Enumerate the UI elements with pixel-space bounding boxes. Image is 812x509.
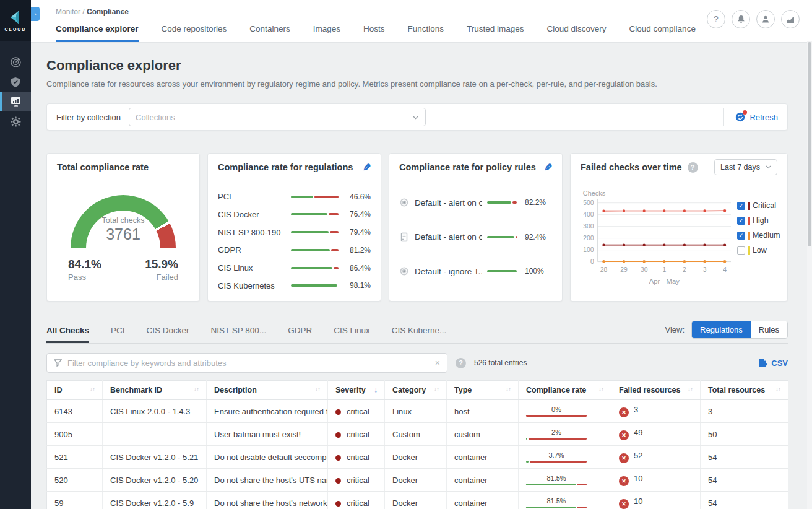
top-tab-code-repositories[interactable]: Code repositories xyxy=(162,24,227,42)
top-tab-cloud-compliance[interactable]: Cloud compliance xyxy=(629,24,696,42)
top-tab-hosts[interactable]: Hosts xyxy=(363,24,385,42)
column-header-total-resources[interactable]: ↓↑Total resources xyxy=(701,381,788,400)
results-tab-all-checks[interactable]: All Checks xyxy=(46,322,89,343)
regulation-row-gdpr[interactable]: GDPR81.2% xyxy=(218,245,371,254)
page-subtitle: Compliance rate for resources across you… xyxy=(46,79,788,89)
notifications-button[interactable] xyxy=(732,10,750,28)
bar-pass-segment xyxy=(487,201,511,204)
sort-icon[interactable]: ↓↑ xyxy=(434,386,439,393)
top-tab-functions[interactable]: Functions xyxy=(407,24,444,42)
entries-help-icon[interactable]: ? xyxy=(456,358,466,368)
scrollbar-thumb[interactable] xyxy=(808,42,811,246)
fail-percent: 15.9% xyxy=(145,258,178,271)
view-option-rules[interactable]: Rules xyxy=(751,321,787,338)
results-tab-pci[interactable]: PCI xyxy=(111,322,125,343)
policy-rule-row-2[interactable]: Default - alert on c...92.4% xyxy=(399,232,552,242)
sort-icon[interactable]: ↓↑ xyxy=(688,386,693,393)
top-tab-trusted-images[interactable]: Trusted images xyxy=(467,24,524,42)
edit-regulations-icon[interactable]: ✎ xyxy=(363,162,371,173)
vertical-scrollbar[interactable] xyxy=(807,41,812,509)
legend-item-low[interactable]: Low xyxy=(737,246,785,254)
regulation-row-pci[interactable]: PCI46.6% xyxy=(218,192,371,201)
collections-select[interactable]: Collections xyxy=(129,108,426,126)
view-option-regulations[interactable]: Regulations xyxy=(692,321,751,338)
column-header-failed-resources[interactable]: ↓↑Failed resources xyxy=(611,381,701,400)
sort-icon[interactable]: ↓↑ xyxy=(315,386,320,393)
cell-category: Docker xyxy=(385,469,447,492)
table-row-check-59[interactable]: 59CIS Docker v1.2.0 - 5.9Do not share th… xyxy=(47,492,788,509)
legend-item-critical[interactable]: ✓Critical xyxy=(737,201,785,210)
monitor-chart-icon xyxy=(11,97,21,107)
checked-checkbox[interactable]: ✓ xyxy=(737,232,745,240)
column-header-category[interactable]: ↓↑Category xyxy=(385,381,447,400)
table-row-check-521[interactable]: 521CIS Docker v1.2.0 - 5.21Do not disabl… xyxy=(47,446,788,469)
regulation-row-cis-linux[interactable]: CIS Linux86.4% xyxy=(218,263,371,272)
sort-icon[interactable]: ↓↑ xyxy=(194,386,199,393)
legend-color-swatch xyxy=(748,217,750,225)
bar-fail-segment xyxy=(330,231,339,233)
breadcrumb-current: Compliance xyxy=(87,7,129,16)
time-range-select[interactable]: Last 7 days xyxy=(714,159,777,175)
column-label: Total resources xyxy=(708,386,765,394)
regulation-row-cis-kubernetes[interactable]: CIS Kubernetes98.1% xyxy=(218,281,371,290)
chevron-down-icon xyxy=(412,115,419,120)
checked-checkbox[interactable]: ✓ xyxy=(737,217,745,225)
bar-fail-segment xyxy=(314,196,339,198)
sort-desc-active-icon[interactable]: ↓ xyxy=(374,386,377,394)
column-header-id[interactable]: ↓↑ID xyxy=(47,381,103,400)
policy-rule-row-1[interactable]: Default - alert on c...82.2% xyxy=(399,198,552,207)
column-header-description[interactable]: ↓↑Description xyxy=(207,381,328,400)
compliance-bar xyxy=(526,438,587,440)
table-row-check-9005[interactable]: 9005User batman must exist!criticalCusto… xyxy=(47,423,788,446)
bar-pass-segment xyxy=(526,461,529,463)
results-tab-gdpr[interactable]: GDPR xyxy=(288,322,312,343)
sort-icon[interactable]: ↓↑ xyxy=(598,386,603,393)
bar-fail-segment xyxy=(526,415,587,417)
failed-checks-help-icon[interactable]: ? xyxy=(688,162,698,173)
checked-checkbox[interactable]: ✓ xyxy=(737,202,745,210)
severity-label: critical xyxy=(347,407,369,416)
edit-policy-rules-icon[interactable]: ✎ xyxy=(544,162,552,173)
sort-icon[interactable]: ↓↑ xyxy=(506,386,511,393)
regulation-row-cis-docker[interactable]: CIS Docker76.4% xyxy=(218,210,371,219)
refresh-button[interactable]: Refresh xyxy=(735,112,778,122)
regulation-percent: 79.4% xyxy=(343,228,371,237)
results-tab-cis-kuberne[interactable]: CIS Kuberne... xyxy=(392,322,447,343)
sidebar-item-settings[interactable] xyxy=(0,111,31,131)
compliance-bar xyxy=(526,507,587,508)
sort-icon[interactable]: ↓↑ xyxy=(90,386,95,393)
top-tab-containers[interactable]: Containers xyxy=(249,24,290,42)
policy-rule-row-3[interactable]: Default - ignore T...100% xyxy=(399,266,552,276)
top-tab-cloud-discovery[interactable]: Cloud discovery xyxy=(547,24,607,42)
column-header-benchmark-id[interactable]: ↓↑Benchmark ID xyxy=(103,381,207,400)
user-button[interactable] xyxy=(756,10,775,28)
help-button[interactable]: ? xyxy=(707,10,725,28)
top-tab-compliance-explorer[interactable]: Compliance explorer xyxy=(56,24,139,42)
keyword-filter-input[interactable]: Filter compliance by keywords and attrib… xyxy=(46,353,447,373)
legend-item-medium[interactable]: ✓Medium xyxy=(737,231,785,240)
sidebar-item-monitor[interactable] xyxy=(0,92,31,111)
sidebar-expand-button[interactable]: › xyxy=(31,7,40,21)
sidebar-item-defend[interactable] xyxy=(0,72,31,92)
column-header-severity[interactable]: ↓Severity xyxy=(328,381,385,400)
results-tab-cis-linux[interactable]: CIS Linux xyxy=(334,322,370,343)
legend-item-high[interactable]: ✓High xyxy=(737,216,785,225)
failed-x-icon: ✕ xyxy=(619,407,629,417)
table-row-check-6143[interactable]: 6143CIS Linux 2.0.0 - 1.4.3Ensure authen… xyxy=(47,400,788,423)
svg-text:300: 300 xyxy=(583,223,594,230)
regulation-row-nist-sp-800-190[interactable]: NIST SP 800-19079.4% xyxy=(218,228,371,237)
column-header-compliance-rate[interactable]: ↓↑Compliance rate xyxy=(519,381,611,400)
clear-filter-icon[interactable]: × xyxy=(435,358,440,368)
unchecked-checkbox[interactable] xyxy=(737,246,745,254)
stats-button[interactable] xyxy=(781,10,800,28)
table-row-check-520[interactable]: 520CIS Docker v1.2.0 - 5.20Do not share … xyxy=(47,469,788,492)
sidebar-item-radar[interactable] xyxy=(0,52,31,72)
breadcrumb-section[interactable]: Monitor / xyxy=(56,7,85,16)
results-tab-cis-docker[interactable]: CIS Docker xyxy=(147,322,189,343)
top-tab-images[interactable]: Images xyxy=(313,24,340,42)
sort-icon[interactable]: ↓↑ xyxy=(775,386,780,393)
export-csv-button[interactable]: CSV xyxy=(759,359,788,368)
view-toggle: RegulationsRules xyxy=(691,321,788,339)
column-header-type[interactable]: ↓↑Type xyxy=(447,381,519,400)
results-tab-nist-sp-800[interactable]: NIST SP 800... xyxy=(211,322,267,343)
